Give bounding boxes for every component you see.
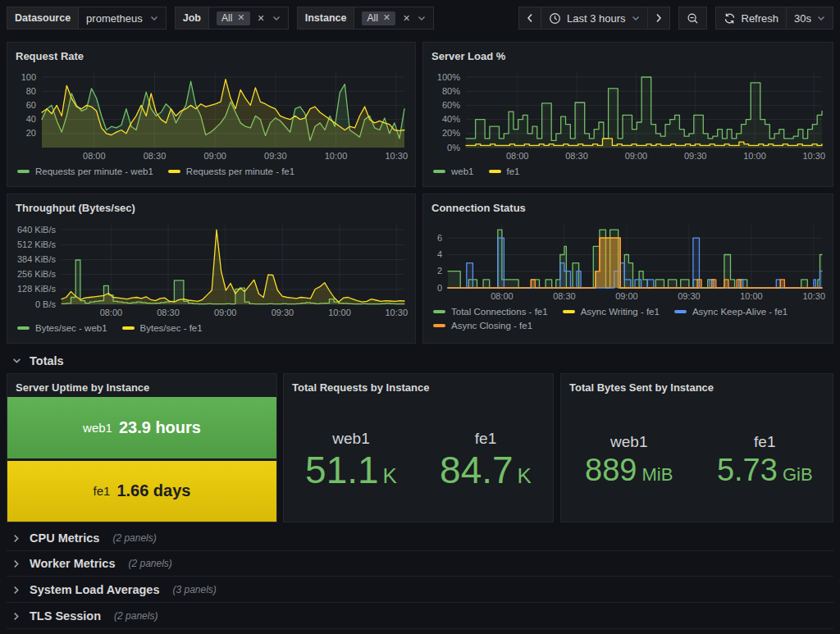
row-panel-count: (3 panels) [173, 584, 217, 595]
panel-connection-status: Connection Status 024608:0008:3009:0009:… [422, 194, 833, 344]
legend-item[interactable]: fe1 [489, 166, 520, 176]
panel-title[interactable]: Server Uptime by Instance [7, 374, 276, 395]
refresh-interval-button[interactable]: 30s [786, 7, 833, 30]
instance-label: Instance [297, 7, 355, 30]
panel-title[interactable]: Throughput (Bytes/sec) [7, 194, 415, 216]
panel-title[interactable]: Connection Status [423, 194, 833, 216]
legend-item[interactable]: Requests per minute - fe1 [168, 166, 294, 176]
row-header-worker-metrics[interactable]: Worker Metrics (2 panels) [7, 551, 833, 577]
row-header-system-load[interactable]: System Load Averages (3 panels) [7, 577, 833, 603]
instance-name: fe1 [754, 433, 775, 451]
svg-text:08:30: 08:30 [144, 151, 167, 161]
legend-color-dash [674, 310, 687, 313]
chevron-right-icon [11, 586, 21, 595]
svg-text:4: 4 [437, 249, 442, 259]
svg-text:512 KiB/s: 512 KiB/s [17, 239, 57, 249]
svg-text:10:30: 10:30 [802, 151, 825, 161]
row-title: CPU Metrics [30, 531, 99, 545]
legend-item[interactable]: Async Keep-Alive - fe1 [674, 307, 788, 317]
row-title: Totals [30, 354, 64, 367]
instance-variable: Instance All ✕ ✕ [297, 7, 435, 30]
svg-text:6: 6 [437, 233, 442, 243]
dashboard-toolbar: Datasource prometheus Job All ✕ ✕ [7, 7, 833, 30]
chevron-right-icon [11, 612, 21, 621]
job-variable: Job All ✕ ✕ [175, 7, 289, 30]
legend-item[interactable]: Async Closing - fe1 [433, 321, 532, 331]
legend-item[interactable]: Bytes/sec - web1 [17, 323, 107, 333]
legend-item[interactable]: Async Writing - fe1 [563, 307, 660, 317]
svg-text:100: 100 [21, 72, 36, 82]
timeseries-chart-server-load[interactable]: 0%20%40%60%80%100%08:0008:3009:0009:3010… [430, 67, 826, 162]
time-controls: Last 3 hours Refresh 30s [518, 7, 833, 30]
svg-text:08:00: 08:00 [506, 151, 529, 161]
uptime-gauge-fe1[interactable]: fe1 1.66 days [7, 461, 276, 522]
timeseries-chart-request-rate[interactable]: 2040608010008:0008:3009:0009:3010:0010:3… [14, 67, 409, 162]
chevron-down-icon [632, 16, 640, 21]
chevron-right-icon [11, 559, 21, 568]
job-selected-chip[interactable]: All ✕ [217, 11, 250, 25]
svg-text:08:00: 08:00 [100, 308, 123, 317]
row-header-cpu-metrics[interactable]: CPU Metrics (2 panels) [7, 526, 833, 551]
svg-text:09:00: 09:00 [203, 151, 226, 161]
svg-text:80%: 80% [442, 86, 460, 96]
svg-text:08:00: 08:00 [491, 291, 514, 301]
legend-label: Requests per minute - fe1 [186, 166, 294, 176]
legend-label: web1 [451, 166, 474, 176]
stat-web1[interactable]: web1 889MiB [561, 397, 697, 522]
timeseries-chart-connection-status[interactable]: 024608:0008:3009:0009:3010:0010:30 [430, 219, 826, 303]
panel-total-bytes: Total Bytes Sent by Instance web1 889MiB… [560, 373, 833, 522]
panel-title[interactable]: Total Bytes Sent by Instance [561, 374, 833, 395]
clear-all-icon[interactable]: ✕ [403, 14, 410, 23]
svg-text:20: 20 [26, 128, 36, 138]
instance-name: web1 [332, 430, 369, 448]
legend-color-dash [563, 310, 575, 313]
uptime-value: 23.9 hours [119, 418, 201, 437]
svg-text:60%: 60% [442, 100, 460, 110]
instance-multiselect[interactable]: All ✕ ✕ [354, 7, 434, 30]
chevron-down-icon [11, 358, 21, 364]
row-header-totals[interactable]: Totals [7, 348, 833, 373]
datasource-select[interactable]: prometheus [79, 7, 167, 30]
refresh-button[interactable]: Refresh [715, 7, 787, 30]
chevron-left-icon [527, 13, 533, 23]
legend-item[interactable]: web1 [433, 166, 474, 176]
svg-text:40%: 40% [442, 114, 460, 124]
clock-icon [549, 12, 561, 25]
svg-text:09:30: 09:30 [678, 291, 701, 301]
time-range-text: Last 3 hours [567, 12, 626, 25]
stat-web1[interactable]: web1 51.1K [284, 397, 418, 522]
panel-title[interactable]: Total Requests by Instance [284, 374, 553, 395]
legend-color-dash [433, 310, 445, 313]
zoom-out-time-button[interactable] [678, 7, 707, 30]
timeseries-chart-throughput[interactable]: 0 B/s128 KiB/s256 KiB/s384 KiB/s512 KiB/… [14, 219, 409, 319]
chart-legend: Bytes/sec - web1Bytes/sec - fe1 [7, 319, 415, 333]
panel-title[interactable]: Request Rate [7, 43, 415, 64]
instance-chip-text: All [367, 12, 377, 24]
time-range-picker-button[interactable]: Last 3 hours [541, 7, 647, 30]
svg-text:08:30: 08:30 [157, 308, 180, 317]
uptime-value: 1.66 days [116, 481, 190, 500]
svg-text:40: 40 [26, 114, 36, 124]
legend-item[interactable]: Bytes/sec - fe1 [122, 323, 203, 333]
time-shift-back-button[interactable] [518, 7, 541, 30]
remove-value-icon[interactable]: ✕ [383, 13, 390, 22]
clear-all-icon[interactable]: ✕ [258, 14, 265, 23]
stat-fe1[interactable]: fe1 84.7K [418, 397, 553, 522]
grafana-dashboard: Datasource prometheus Job All ✕ ✕ [0, 0, 840, 634]
stat-fe1[interactable]: fe1 5.73GiB [697, 397, 833, 522]
panel-title[interactable]: Server Load % [423, 43, 833, 64]
stat-unit: K [518, 463, 532, 488]
job-multiselect[interactable]: All ✕ ✕ [209, 7, 289, 30]
legend-label: Async Closing - fe1 [451, 321, 532, 331]
row-header-tls-session[interactable]: TLS Session (2 panels) [7, 604, 833, 629]
instance-selected-chip[interactable]: All ✕ [362, 11, 395, 25]
legend-color-dash [433, 170, 445, 173]
legend-item[interactable]: Total Connections - fe1 [433, 307, 548, 317]
time-shift-forward-button[interactable] [647, 7, 670, 30]
svg-text:08:30: 08:30 [565, 151, 588, 161]
remove-value-icon[interactable]: ✕ [237, 13, 244, 22]
uptime-gauge-web1[interactable]: web1 23.9 hours [7, 397, 276, 458]
legend-item[interactable]: Requests per minute - web1 [17, 166, 153, 176]
svg-text:10:00: 10:00 [740, 291, 763, 301]
panel-server-load: Server Load % 0%20%40%60%80%100%08:0008:… [422, 42, 833, 187]
